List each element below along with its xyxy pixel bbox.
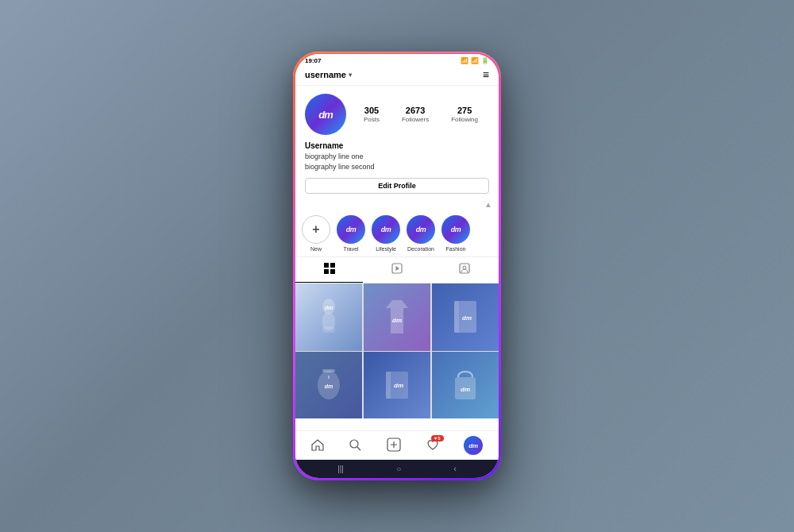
svg-text:dm: dm — [394, 382, 403, 389]
wifi-icon: 📶 — [461, 57, 468, 64]
svg-text:dm: dm — [325, 305, 333, 310]
svg-point-7 — [463, 266, 466, 269]
highlight-travel-circle: dm — [337, 215, 365, 244]
heart-badge-icon: ♥ — [434, 436, 437, 441]
home-icon — [311, 438, 324, 453]
svg-rect-0 — [324, 263, 329, 268]
highlight-lifestyle[interactable]: dm Lifestyle — [372, 215, 400, 252]
profile-stats-row: dm 305 Posts 2673 Followers 275 — [305, 94, 489, 135]
stat-followers[interactable]: 2673 Followers — [402, 106, 429, 123]
highlight-decoration[interactable]: dm Decoration — [407, 215, 435, 252]
profile-bio-line2: biography line second — [305, 162, 489, 172]
avatar-logo: dm — [318, 109, 333, 121]
svg-rect-18 — [322, 369, 335, 372]
edit-profile-button[interactable]: Edit Profile — [305, 178, 489, 194]
tagged-icon — [459, 263, 470, 276]
highlight-new-label: New — [310, 246, 322, 252]
tab-tagged[interactable] — [431, 257, 499, 283]
grid-item-5[interactable]: dm — [364, 352, 430, 418]
following-count: 275 — [457, 106, 472, 115]
profile-name: Username — [305, 141, 489, 150]
nav-search[interactable] — [349, 438, 361, 453]
android-nav: ||| ○ ‹ — [295, 460, 499, 478]
highlights-section: + New dm Travel dm Lifestyle dm Decorati… — [295, 210, 499, 257]
header-username: username — [305, 70, 346, 79]
grid-item-4[interactable]: dm — [295, 352, 362, 418]
scroll-up-icon: ▲ — [484, 200, 492, 209]
svg-text:dm: dm — [461, 386, 470, 393]
highlight-new-circle: + — [302, 215, 330, 244]
chevron-down-icon: ▾ — [349, 71, 352, 79]
followers-label: Followers — [402, 116, 429, 123]
svg-line-27 — [357, 447, 360, 450]
followers-count: 2673 — [406, 106, 425, 115]
android-home-icon[interactable]: ○ — [396, 465, 401, 473]
profile-bio-line1: biography line one — [305, 152, 489, 162]
nav-home[interactable] — [311, 438, 324, 453]
username-dropdown[interactable]: username ▾ — [305, 70, 352, 79]
scroll-indicator: ▲ — [295, 199, 499, 210]
posts-label: Posts — [364, 116, 380, 123]
grid-item-2[interactable]: dm — [364, 283, 430, 350]
tab-video[interactable] — [363, 257, 430, 283]
stat-following[interactable]: 275 Following — [451, 106, 478, 123]
android-back-icon[interactable]: ‹ — [454, 465, 457, 473]
scroll-content: dm 305 Posts 2673 Followers 275 — [295, 86, 499, 430]
svg-text:dm: dm — [462, 314, 472, 322]
signal-icon: 📶 — [471, 57, 479, 64]
svg-text:dm: dm — [325, 384, 333, 389]
svg-marker-5 — [395, 266, 399, 271]
svg-rect-3 — [330, 269, 335, 274]
highlight-fashion-circle: dm — [441, 215, 470, 244]
svg-rect-22 — [386, 372, 391, 399]
battery-icon: 🔋 — [481, 57, 489, 64]
highlight-fashion[interactable]: dm Fashion — [441, 215, 470, 252]
highlight-travel[interactable]: dm Travel — [337, 215, 365, 252]
status-bar: 19:07 📶 📶 🔋 — [295, 54, 499, 66]
hamburger-menu-icon[interactable]: ≡ — [483, 69, 489, 80]
content-tab-bar — [295, 257, 499, 283]
tab-grid[interactable] — [295, 257, 363, 283]
video-icon — [391, 263, 403, 276]
search-icon — [349, 438, 361, 453]
stat-posts[interactable]: 305 Posts — [364, 106, 380, 123]
svg-text:dm: dm — [392, 317, 402, 324]
highlights-row: + New dm Travel dm Lifestyle dm Decorati… — [302, 215, 492, 252]
svg-point-26 — [350, 440, 358, 448]
svg-rect-2 — [324, 269, 329, 274]
highlight-new[interactable]: + New — [302, 215, 330, 252]
svg-rect-15 — [454, 301, 459, 333]
notification-badge: ♥ 5 — [431, 435, 444, 441]
bottom-nav: ♥ 5 dm — [295, 430, 499, 460]
grid-icon — [324, 263, 335, 276]
highlight-lifestyle-circle: dm — [372, 215, 400, 244]
following-label: Following — [451, 116, 478, 123]
phone-device: 19:07 📶 📶 🔋 username ▾ ≡ dm — [293, 52, 501, 480]
grid-item-1[interactable]: dm — [295, 283, 362, 350]
svg-rect-10 — [322, 326, 335, 333]
nav-add[interactable] — [387, 438, 401, 454]
profile-section: dm 305 Posts 2673 Followers 275 — [295, 86, 499, 199]
avatar[interactable]: dm — [305, 94, 346, 135]
android-recent-icon[interactable]: ||| — [337, 465, 344, 473]
highlight-lifestyle-label: Lifestyle — [376, 246, 396, 252]
status-time: 19:07 — [305, 57, 321, 64]
highlight-travel-label: Travel — [343, 246, 358, 252]
photo-grid: dm dm — [295, 283, 499, 418]
phone-screen: 19:07 📶 📶 🔋 username ▾ ≡ dm — [295, 54, 499, 478]
svg-rect-1 — [330, 263, 335, 268]
grid-item-6[interactable]: dm — [432, 352, 499, 418]
nav-profile[interactable]: dm — [464, 436, 483, 455]
grid-item-3[interactable]: dm — [432, 283, 499, 350]
posts-count: 305 — [364, 106, 379, 115]
profile-nav-avatar: dm — [464, 436, 483, 455]
app-header: username ▾ ≡ — [295, 66, 499, 86]
stats-container: 305 Posts 2673 Followers 275 Following — [353, 106, 489, 123]
highlight-fashion-label: Fashion — [446, 246, 466, 252]
nav-heart[interactable]: ♥ 5 — [426, 438, 439, 453]
add-icon — [387, 438, 401, 454]
badge-count: 5 — [437, 436, 440, 441]
status-icons: 📶 📶 🔋 — [461, 57, 489, 64]
highlight-decoration-circle: dm — [407, 215, 435, 244]
highlight-decoration-label: Decoration — [407, 246, 434, 252]
